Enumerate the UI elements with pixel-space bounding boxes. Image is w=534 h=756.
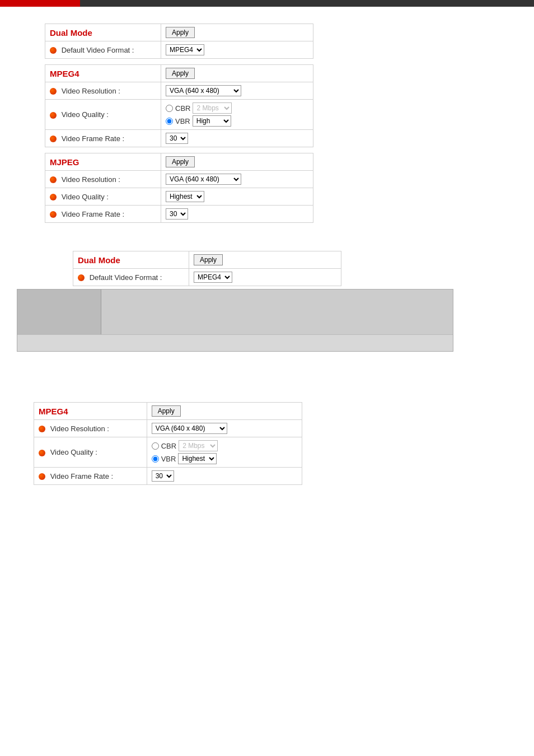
default-format-value-cell: MPEG4 MJPEG — [161, 41, 313, 59]
p2-format-value-cell: MPEG4 MJPEG — [189, 269, 341, 286]
dual-mode-format-row: Default Video Format : MPEG4 MJPEG — [45, 41, 313, 59]
mjpeg-quality-value-cell: Lowest Low Medium High Highest — [161, 188, 313, 206]
p3-mpeg4-quality-value-cell: CBR 2 Mbps 1 Mbps 4 Mbps VBR Lowest — [147, 437, 302, 468]
separator-row-2 — [45, 147, 313, 153]
p3-mpeg4-resolution-value-cell: VGA (640 x 480) QVGA (320 x 240) QQVGA (… — [147, 420, 302, 437]
mpeg4-framerate-value-cell: 30 25 20 15 10 5 1 — [161, 130, 313, 147]
mjpeg-framerate-label-cell: Video Frame Rate : — [45, 206, 161, 223]
cbr-select[interactable]: 2 Mbps 1 Mbps 4 Mbps — [193, 102, 232, 114]
settings-table-3: MPEG4 Apply Video Resolution : VGA (640 … — [34, 402, 302, 485]
bullet-icon-9 — [39, 426, 45, 432]
default-format-label: Default Video Format : — [62, 46, 134, 54]
p3-vbr-radio[interactable] — [152, 455, 159, 463]
default-format-label-cell: Default Video Format : — [45, 41, 161, 59]
mjpeg-resolution-value-cell: VGA (640 x 480) QVGA (320 x 240) QQVGA (… — [161, 171, 313, 188]
vbr-select[interactable]: Lowest Low Medium High Highest — [193, 115, 231, 127]
p2-format-select[interactable]: MPEG4 MJPEG — [194, 272, 232, 283]
panel-2: Dual Mode Apply Default Video Format : M… — [17, 251, 517, 352]
bullet-icon-4 — [50, 136, 57, 142]
mpeg4-framerate-label: Video Frame Rate : — [62, 134, 124, 143]
page-container: Dual Mode Apply Default Video Format : M… — [0, 18, 534, 491]
dual-mode-label: Dual Mode — [45, 24, 161, 41]
dual-mode-header-row: Dual Mode Apply — [45, 24, 313, 41]
mjpeg-resolution-select[interactable]: VGA (640 x 480) QVGA (320 x 240) QQVGA (… — [166, 174, 241, 185]
mpeg4-quality-radio-group: CBR 2 Mbps 1 Mbps 4 Mbps VBR Lowest — [166, 102, 308, 127]
panel-3: MPEG4 Apply Video Resolution : VGA (640 … — [17, 402, 517, 485]
mjpeg-section-label: MJPEG — [45, 153, 161, 171]
p3-mpeg4-section-label: MPEG4 — [34, 403, 147, 420]
mjpeg-resolution-row: Video Resolution : VGA (640 x 480) QVGA … — [45, 171, 313, 188]
panel-1: Dual Mode Apply Default Video Format : M… — [17, 24, 517, 223]
vbr-radio[interactable] — [166, 118, 173, 125]
gray-panel-left — [17, 290, 101, 334]
mpeg4-framerate-select[interactable]: 30 25 20 15 10 5 1 — [166, 133, 188, 144]
p3-mpeg4-framerate-select[interactable]: 30 25 20 15 10 5 1 — [152, 470, 174, 482]
bullet-icon-8 — [78, 274, 85, 281]
default-format-select[interactable]: MPEG4 MJPEG — [166, 44, 204, 55]
mpeg4-section-label: MPEG4 — [45, 65, 161, 82]
mpeg4-resolution-row: Video Resolution : VGA (640 x 480) QVGA … — [45, 82, 313, 100]
bullet-icon-11 — [39, 473, 45, 480]
mpeg4-resolution-value-cell: VGA (640 x 480) QVGA (320 x 240) QQVGA (… — [161, 82, 313, 100]
p3-mpeg4-resolution-select[interactable]: VGA (640 x 480) QVGA (320 x 240) QQVGA (… — [152, 423, 227, 434]
p3-mpeg4-framerate-row: Video Frame Rate : 30 25 20 15 10 5 1 — [34, 468, 302, 485]
mjpeg-resolution-label-cell: Video Resolution : — [45, 171, 161, 188]
bullet-icon-5 — [50, 176, 57, 183]
p3-mpeg4-framerate-label: Video Frame Rate : — [50, 472, 113, 480]
dual-mode-apply-button[interactable]: Apply — [166, 27, 195, 38]
bullet-icon-10 — [39, 450, 45, 456]
mpeg4-quality-label: Video Quality : — [62, 110, 109, 119]
p2-dual-mode-apply-button[interactable]: Apply — [194, 254, 223, 265]
p3-mpeg4-quality-label: Video Quality : — [50, 448, 97, 456]
mpeg4-apply-button[interactable]: Apply — [166, 68, 195, 79]
settings-table-2: Dual Mode Apply Default Video Format : M… — [73, 251, 341, 286]
p3-mpeg4-framerate-label-cell: Video Frame Rate : — [34, 468, 147, 485]
p3-cbr-label: CBR — [161, 442, 176, 450]
mjpeg-quality-select[interactable]: Lowest Low Medium High Highest — [166, 191, 204, 202]
p2-dual-mode-label: Dual Mode — [73, 251, 189, 269]
mpeg4-resolution-label-cell: Video Resolution : — [45, 82, 161, 100]
mpeg4-resolution-label: Video Resolution : — [62, 87, 120, 95]
spacer-1 — [17, 223, 517, 251]
vbr-label: VBR — [175, 117, 190, 125]
mpeg4-header-row: MPEG4 Apply — [45, 65, 313, 82]
p3-mpeg4-quality-row: Video Quality : CBR 2 Mbps 1 Mbps 4 Mbps — [34, 437, 302, 468]
p3-mpeg4-resolution-row: Video Resolution : VGA (640 x 480) QVGA … — [34, 420, 302, 437]
mjpeg-quality-label-cell: Video Quality : — [45, 188, 161, 206]
separator-row-1 — [45, 59, 313, 65]
bullet-icon — [50, 47, 57, 54]
p3-vbr-label: VBR — [161, 455, 176, 463]
mpeg4-resolution-select[interactable]: VGA (640 x 480) QVGA (320 x 240) QQVGA (… — [166, 85, 241, 96]
cbr-radio[interactable] — [166, 105, 173, 112]
p3-mpeg4-quality-label-cell: Video Quality : — [34, 437, 147, 468]
gray-panel-body — [17, 290, 453, 334]
mjpeg-resolution-label: Video Resolution : — [62, 175, 120, 184]
p3-mpeg4-apply-button[interactable]: Apply — [152, 405, 181, 417]
p2-format-row: Default Video Format : MPEG4 MJPEG — [73, 269, 341, 286]
p3-vbr-row: VBR Lowest Low Medium High Highest — [152, 453, 297, 464]
mpeg4-quality-row: Video Quality : CBR 2 Mbps 1 Mbps 4 Mbps — [45, 100, 313, 130]
p2-dual-mode-header-row: Dual Mode Apply — [73, 251, 341, 269]
mjpeg-apply-button[interactable]: Apply — [166, 156, 195, 167]
p3-cbr-select[interactable]: 2 Mbps 1 Mbps 4 Mbps — [179, 440, 218, 451]
mjpeg-framerate-label: Video Frame Rate : — [62, 210, 124, 218]
mjpeg-quality-label: Video Quality : — [62, 193, 109, 201]
p3-vbr-select[interactable]: Lowest Low Medium High Highest — [178, 453, 217, 464]
cbr-label: CBR — [175, 104, 190, 113]
bullet-icon-2 — [50, 88, 57, 95]
gray-panel-footer — [17, 334, 453, 351]
p3-mpeg4-quality-radio-group: CBR 2 Mbps 1 Mbps 4 Mbps VBR Lowest — [152, 440, 297, 464]
gray-panel — [17, 289, 453, 352]
mjpeg-quality-row: Video Quality : Lowest Low Medium High H… — [45, 188, 313, 206]
p2-format-label: Default Video Format : — [90, 273, 162, 282]
cbr-row: CBR 2 Mbps 1 Mbps 4 Mbps — [166, 102, 308, 114]
mjpeg-framerate-select[interactable]: 30 25 20 15 10 5 1 — [166, 208, 188, 220]
mjpeg-framerate-value-cell: 30 25 20 15 10 5 1 — [161, 206, 313, 223]
mpeg4-quality-value-cell: CBR 2 Mbps 1 Mbps 4 Mbps VBR Lowest — [161, 100, 313, 130]
mpeg4-framerate-label-cell: Video Frame Rate : — [45, 130, 161, 147]
bullet-icon-7 — [50, 211, 57, 218]
p3-cbr-radio[interactable] — [152, 442, 159, 450]
p3-mpeg4-framerate-value-cell: 30 25 20 15 10 5 1 — [147, 468, 302, 485]
p3-mpeg4-header-row: MPEG4 Apply — [34, 403, 302, 420]
p3-mpeg4-resolution-label-cell: Video Resolution : — [34, 420, 147, 437]
